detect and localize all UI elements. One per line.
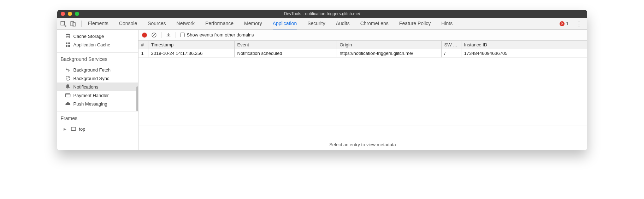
sidebar-scrollbar[interactable]	[136, 86, 138, 111]
database-icon	[65, 33, 71, 39]
inspect-element-icon[interactable]	[60, 21, 66, 27]
table-header-row: # Timestamp Event Origin SW … Instance I…	[138, 40, 587, 49]
sidebar-item-payment-handler[interactable]: Payment Handler	[57, 91, 138, 100]
fetch-icon	[65, 67, 71, 73]
sidebar-item-background-sync[interactable]: Background Sync	[57, 74, 138, 83]
toolbar-divider	[176, 32, 176, 38]
cell-timestamp: 2019-10-24 14:17:36.256	[148, 49, 235, 57]
col-header-sw[interactable]: SW …	[442, 41, 461, 49]
window-title: DevTools - notification-triggers.glitch.…	[57, 11, 587, 16]
error-count-badge[interactable]: ✕ 1	[560, 21, 568, 26]
application-sidebar: Cache Storage Application Cache Backgrou…	[57, 30, 138, 150]
record-button[interactable]	[142, 33, 147, 38]
events-toolbar: Show events from other domains	[138, 30, 587, 40]
col-header-timestamp[interactable]: Timestamp	[148, 41, 235, 49]
main-split: Cache Storage Application Cache Backgrou…	[57, 30, 587, 150]
window-controls	[57, 12, 79, 16]
expand-triangle-icon[interactable]: ▶	[62, 126, 68, 132]
tab-chromelens[interactable]: ChromeLens	[360, 18, 389, 29]
show-other-domains-input[interactable]	[180, 33, 185, 37]
tab-performance[interactable]: Performance	[205, 18, 234, 29]
sidebar-item-label: Background Fetch	[73, 67, 111, 73]
devtools-window: DevTools - notification-triggers.glitch.…	[57, 10, 587, 150]
panel-tabbar: Elements Console Sources Network Perform…	[57, 18, 587, 30]
show-other-domains-checkbox[interactable]: Show events from other domains	[180, 32, 254, 38]
minimize-window-button[interactable]	[68, 12, 72, 16]
sidebar-item-label: Cache Storage	[73, 34, 104, 39]
sidebar-item-push-messaging[interactable]: Push Messaging	[57, 100, 138, 108]
download-icon[interactable]	[166, 32, 171, 38]
tab-application[interactable]: Application	[273, 18, 297, 29]
frame-icon	[71, 126, 76, 132]
table-body: 1 2019-10-24 14:17:36.256 Notification s…	[138, 49, 587, 139]
cell-event: Notification scheduled	[235, 49, 337, 57]
tab-security[interactable]: Security	[307, 18, 325, 29]
sidebar-item-label: Push Messaging	[73, 101, 107, 107]
sidebar-item-label: Application Cache	[73, 42, 111, 47]
card-icon	[65, 92, 71, 98]
metadata-hint: Select an entry to view metadata	[138, 139, 587, 150]
tab-memory[interactable]: Memory	[244, 18, 262, 29]
close-window-button[interactable]	[61, 12, 65, 16]
grid-icon	[65, 42, 71, 47]
maximize-window-button[interactable]	[75, 12, 79, 16]
sidebar-item-label: Payment Handler	[73, 93, 109, 98]
tab-elements[interactable]: Elements	[88, 18, 108, 29]
svg-rect-7	[68, 45, 70, 47]
error-count: 1	[566, 21, 568, 26]
svg-rect-10	[71, 127, 76, 130]
sidebar-item-label: top	[79, 126, 85, 132]
tab-hints[interactable]: Hints	[441, 18, 453, 29]
sidebar-item-cache-storage[interactable]: Cache Storage	[57, 32, 138, 40]
panel-tabs: Elements Console Sources Network Perform…	[88, 18, 453, 29]
cloud-icon	[65, 101, 71, 107]
sidebar-item-application-cache[interactable]: Application Cache	[57, 40, 138, 49]
toolbar-divider	[161, 32, 161, 38]
tab-console[interactable]: Console	[119, 18, 137, 29]
svg-rect-8	[65, 93, 70, 97]
tab-feature-policy[interactable]: Feature Policy	[399, 18, 431, 29]
tab-network[interactable]: Network	[177, 18, 195, 29]
svg-rect-1	[71, 22, 74, 26]
svg-rect-4	[66, 42, 67, 44]
sidebar-header-background-services: Background Services	[57, 54, 138, 63]
cell-origin: https://notification-triggers.glitch.me/	[337, 49, 442, 57]
col-header-event[interactable]: Event	[235, 41, 337, 49]
svg-rect-6	[66, 45, 67, 47]
tab-sources[interactable]: Sources	[148, 18, 166, 29]
col-header-origin[interactable]: Origin	[337, 41, 442, 49]
events-table: # Timestamp Event Origin SW … Instance I…	[138, 40, 587, 150]
col-header-num[interactable]: #	[138, 41, 148, 49]
sync-icon	[65, 75, 71, 81]
cell-num: 1	[138, 49, 148, 57]
device-toolbar-icon[interactable]	[70, 21, 76, 27]
tab-audits[interactable]: Audits	[336, 18, 350, 29]
col-header-instance-id[interactable]: Instance ID	[461, 41, 587, 49]
bell-icon	[65, 84, 71, 90]
show-other-domains-label: Show events from other domains	[187, 32, 254, 38]
cell-instance-id: 17348446094636705	[461, 49, 587, 57]
svg-rect-5	[68, 42, 70, 44]
error-icon: ✕	[560, 21, 565, 26]
notifications-panel: Show events from other domains # Timesta…	[138, 30, 587, 150]
sidebar-item-notifications[interactable]: Notifications	[57, 83, 138, 91]
sidebar-item-background-fetch[interactable]: Background Fetch	[57, 66, 138, 74]
sidebar-item-frame-top[interactable]: ▶ top	[57, 125, 138, 133]
sidebar-item-label: Background Sync	[73, 76, 110, 81]
cell-sw: /	[442, 49, 461, 57]
sidebar-header-frames: Frames	[57, 113, 138, 123]
titlebar: DevTools - notification-triggers.glitch.…	[57, 10, 587, 18]
svg-line-12	[153, 34, 155, 36]
table-row[interactable]: 1 2019-10-24 14:17:36.256 Notification s…	[138, 49, 587, 58]
svg-point-3	[66, 34, 70, 35]
more-menu-icon[interactable]: ⋮	[574, 20, 584, 28]
clear-icon[interactable]	[151, 32, 157, 38]
sidebar-item-label: Notifications	[73, 84, 99, 90]
